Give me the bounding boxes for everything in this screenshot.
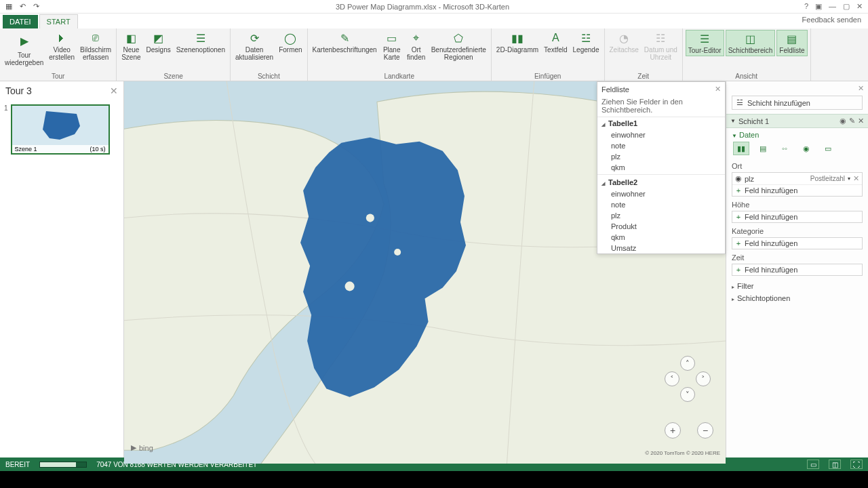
field-list-close-icon[interactable]: ✕ — [715, 85, 721, 94]
scene-options-button[interactable]: ☰Szenenoptionen — [174, 30, 227, 55]
group-map-label: Landkarte — [311, 73, 488, 81]
visibility-icon[interactable]: ◉ — [840, 117, 846, 125]
title-bar: ▦ ↶ ↷ 3D Power Map Diagramm.xlsx - Micro… — [0, 0, 868, 14]
create-video-button[interactable]: ⏵Videoerstellen — [47, 30, 77, 62]
map-labels-button[interactable]: ✎Kartenbeschriftungen — [311, 30, 379, 55]
scene-thumbnail[interactable]: Szene 1 (10 s) — [11, 104, 110, 155]
nav-down-button[interactable]: ˅ — [680, 387, 695, 402]
layer-pane-button[interactable]: ◫Schichtbereich — [726, 30, 776, 56]
custom-regions-button[interactable]: ⬠BenutzerdefinierteRegionen — [429, 30, 488, 62]
zoom-in-button[interactable]: + — [665, 422, 681, 439]
add-time-field[interactable]: +Feld hinzufügen — [732, 264, 862, 275]
layer-name: Schicht 1 — [738, 117, 837, 125]
view-full-icon[interactable]: ⛶ — [850, 460, 863, 469]
options-icon: ☰ — [194, 31, 208, 45]
app-icon: ▦ — [4, 2, 14, 12]
bing-icon: ▶ — [131, 443, 136, 452]
field-item[interactable]: Produkt — [597, 221, 725, 232]
group-tour-label: Tour — [3, 73, 113, 81]
zoom-out-button[interactable]: − — [697, 422, 713, 439]
chart-type-bubble[interactable]: ◦◦ — [776, 142, 793, 155]
map-attribution: © 2020 TomTom © 2020 HERE — [645, 450, 720, 456]
chart-type-heat[interactable]: ◉ — [798, 142, 814, 155]
field-item[interactable]: qkm — [597, 162, 725, 173]
camera-icon: ⎚ — [89, 31, 102, 45]
edit-icon[interactable]: ✎ — [849, 117, 855, 125]
thumbnail-map-icon — [12, 106, 108, 145]
field-item[interactable]: plz — [597, 210, 725, 221]
new-scene-button[interactable]: ◧NeueSzene — [119, 30, 142, 62]
category-label: Kategorie — [732, 227, 863, 235]
table-header[interactable]: Tabelle2 — [597, 176, 725, 188]
remove-field-icon[interactable]: ✕ — [853, 174, 859, 183]
refresh-data-button[interactable]: ⟳Datenaktualisieren — [233, 30, 275, 62]
field-item[interactable]: qkm — [597, 232, 725, 243]
minimize-icon[interactable]: ― — [829, 2, 836, 11]
ribbon: ▶Tourwiedergeben ⏵Videoerstellen ⎚Bildsc… — [0, 28, 868, 81]
field-item[interactable]: Umsatz — [597, 243, 725, 253]
timeline-button: ◔Zeitachse — [608, 30, 641, 55]
pane-icon: ◫ — [743, 32, 757, 45]
field-item[interactable]: note — [597, 140, 725, 151]
help-icon[interactable]: ? — [804, 2, 808, 11]
location-field-box: ◉ plz Postleitzahl ▾ ✕ +Feld hinzufügen — [732, 172, 863, 197]
legend-button[interactable]: ☳Legende — [571, 30, 601, 55]
svg-point-2 — [366, 214, 374, 222]
svg-point-4 — [345, 281, 355, 291]
table-header[interactable]: Tabelle1 — [597, 117, 725, 129]
layer-options-section[interactable]: Schichtoptionen — [726, 292, 868, 304]
data-section-header[interactable]: ▼ Daten — [732, 131, 863, 139]
tab-file[interactable]: DATEI — [3, 15, 38, 28]
field-item[interactable]: einwohner — [597, 188, 725, 199]
add-category-field[interactable]: +Feld hinzufügen — [732, 238, 862, 249]
feedback-link[interactable]: Feedback senden — [732, 14, 868, 26]
tour-close-icon[interactable]: ✕ — [110, 85, 118, 96]
filter-section[interactable]: Filter — [726, 280, 868, 292]
field-item[interactable]: note — [597, 199, 725, 210]
map-canvas[interactable]: ▶bing © 2020 TomTom © 2020 HERE ˄ ˅ ˂ ˃ … — [124, 81, 726, 458]
ribbon-options-icon[interactable]: ▣ — [815, 2, 822, 11]
redo-icon[interactable]: ↷ — [31, 2, 41, 12]
dropdown-icon[interactable]: ▾ — [848, 176, 850, 182]
field-list-title: Feldliste — [601, 85, 629, 94]
location-field[interactable]: plz — [745, 175, 808, 183]
close-icon[interactable]: ✕ — [856, 2, 863, 11]
window-title: 3D Power Map Diagramm.xlsx - Microsoft 3… — [41, 3, 804, 11]
location-type[interactable]: Postleitzahl — [810, 175, 845, 182]
collapse-icon[interactable]: ▼ — [730, 118, 736, 124]
shapes-button[interactable]: ◯Formen — [277, 30, 304, 55]
capture-screen-button[interactable]: ⎚Bildschirmerfassen — [78, 30, 113, 62]
panel-close-icon[interactable]: ✕ — [726, 81, 868, 96]
tab-start[interactable]: START — [39, 14, 78, 28]
layer-header[interactable]: ▼ Schicht 1 ◉ ✎ ✕ — [726, 114, 868, 128]
delete-layer-icon[interactable]: ✕ — [858, 117, 864, 125]
radio-icon[interactable]: ◉ — [735, 174, 742, 183]
field-item[interactable]: plz — [597, 151, 725, 162]
nav-left-button[interactable]: ˂ — [665, 371, 679, 386]
maximize-icon[interactable]: ▢ — [843, 2, 850, 11]
designs-button[interactable]: ◩Designs — [144, 30, 173, 55]
add-location-field[interactable]: +Feld hinzufügen — [732, 185, 862, 196]
chart-type-column[interactable]: ▮▮ — [733, 142, 749, 155]
tour-editor-button[interactable]: ☰Tour-Editor — [686, 30, 724, 56]
add-layer-button[interactable]: ☱ Schicht hinzufügen — [732, 96, 863, 110]
nav-up-button[interactable]: ˄ — [680, 356, 695, 371]
chart-type-region[interactable]: ▭ — [820, 142, 836, 155]
chart2d-button[interactable]: ▮▮2D-Diagramm — [494, 30, 540, 55]
textbox-button[interactable]: ATextfeld — [542, 30, 569, 55]
field-list-desc: Ziehen Sie Felder in den Schichtbereich. — [597, 96, 725, 117]
field-item[interactable]: einwohner — [597, 129, 725, 140]
regions-icon: ⬠ — [452, 31, 465, 45]
fieldlist-button[interactable]: ▤Feldliste — [776, 30, 807, 56]
play-tour-button[interactable]: ▶Tourwiedergeben — [3, 30, 45, 68]
view-layout-icon[interactable]: ◫ — [829, 460, 841, 469]
flat-map-button[interactable]: ▭PlaneKarte — [380, 30, 403, 62]
datetime-icon: ☷ — [654, 31, 667, 45]
chart-type-bar[interactable]: ▤ — [755, 142, 771, 155]
find-location-button[interactable]: ⌖Ortfinden — [405, 30, 428, 62]
add-height-field[interactable]: +Feld hinzufügen — [732, 211, 862, 222]
layer-panel: ✕ ☱ Schicht hinzufügen ▼ Schicht 1 ◉ ✎ ✕… — [726, 81, 868, 458]
view-normal-icon[interactable]: ▭ — [807, 460, 819, 469]
nav-right-button[interactable]: ˃ — [696, 371, 711, 386]
undo-icon[interactable]: ↶ — [18, 2, 27, 12]
